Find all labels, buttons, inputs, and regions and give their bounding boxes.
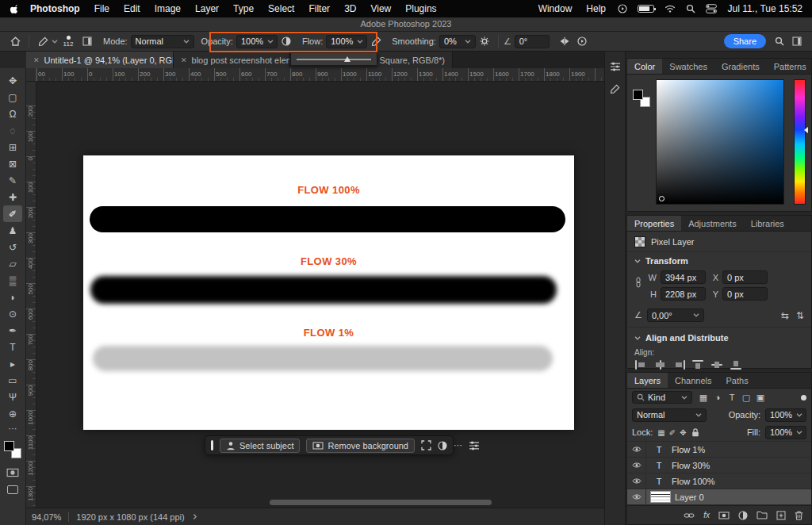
menu-filter[interactable]: Filter <box>301 0 337 17</box>
dodge-tool[interactable]: ⊙ <box>3 305 22 322</box>
toggle-brush-settings-icon[interactable] <box>79 33 96 50</box>
menu-select[interactable]: Select <box>261 0 301 17</box>
foreground-background-swatches[interactable] <box>4 441 21 458</box>
more-options-icon[interactable]: ⋯ <box>454 440 462 450</box>
layer-row-layer-0[interactable]: Layer 0 <box>627 489 811 505</box>
path-selection-tool[interactable]: ▸ <box>3 355 22 372</box>
hue-slider[interactable] <box>794 79 806 205</box>
align-right-icon[interactable] <box>673 360 685 370</box>
align-center-v-icon[interactable] <box>711 360 723 370</box>
paint-symmetry-icon[interactable] <box>556 33 573 50</box>
lock-paint-icon[interactable]: ✐ <box>669 428 676 437</box>
home-icon[interactable] <box>6 33 24 50</box>
horizontal-scrollbar-thumb[interactable] <box>270 500 492 505</box>
eyedropper-tool[interactable]: ✎ <box>3 172 22 189</box>
tab-color[interactable]: Color <box>627 59 662 74</box>
marquee-tool[interactable]: ▢ <box>3 89 22 105</box>
crop-expand-icon[interactable] <box>421 440 431 450</box>
filter-shape-layers-icon[interactable]: ▢ <box>740 393 753 403</box>
visibility-eye-icon[interactable] <box>627 489 646 504</box>
flow-select[interactable]: 100% <box>326 35 367 48</box>
layer-row-flow-1[interactable]: T Flow 1% <box>627 442 811 458</box>
color-picker-cursor[interactable] <box>659 196 665 201</box>
hand-tool[interactable]: Ψ <box>3 389 22 405</box>
new-layer-icon[interactable] <box>776 511 786 520</box>
remove-background-button[interactable]: Remove background <box>306 439 415 453</box>
filter-pixel-layers-icon[interactable]: ▦ <box>697 393 710 403</box>
zoom-tool[interactable]: ⊕ <box>3 405 22 422</box>
align-top-icon[interactable] <box>692 360 704 370</box>
brush-preset-icon[interactable] <box>34 33 52 50</box>
mode-select[interactable]: Normal <box>131 35 194 48</box>
blend-mode-select[interactable]: Normal <box>632 408 707 422</box>
quick-selection-tool[interactable]: ◌ <box>3 122 22 139</box>
rectangle-tool[interactable]: ▭ <box>3 372 22 389</box>
width-field[interactable]: 3944 px <box>661 270 706 284</box>
collapsed-panel-columns-icon[interactable] <box>610 62 621 71</box>
status-chevron-icon[interactable] <box>193 514 197 520</box>
panel-color-swatches[interactable] <box>633 90 650 107</box>
brush-tool[interactable]: ✐ <box>3 205 22 222</box>
opacity-select[interactable]: 100% <box>236 35 278 48</box>
menu-photoshop[interactable]: Photoshop <box>23 0 87 17</box>
airbrush-icon[interactable] <box>367 33 385 50</box>
pen-tool[interactable]: ✒ <box>3 322 22 339</box>
smoothing-select[interactable]: 0% <box>439 35 476 48</box>
filter-toggle-icon[interactable] <box>801 395 806 400</box>
menu-help[interactable]: Help <box>579 0 613 17</box>
tab-libraries[interactable]: Libraries <box>744 216 791 231</box>
ruler-corner[interactable] <box>26 68 36 82</box>
edit-toolbar-icon[interactable]: ⋯ <box>9 423 17 434</box>
flow-slider-track[interactable] <box>297 59 371 60</box>
close-tab-icon[interactable] <box>33 56 40 64</box>
layers-opacity-select[interactable]: 100% <box>765 408 806 422</box>
layer-thumbnail[interactable] <box>650 491 671 503</box>
brush-size-indicator[interactable]: 112 <box>58 36 79 48</box>
document-tab-untitled[interactable]: Untitled-1 @ 94,1% (Layer 0, RGB/8) * <box>26 52 174 68</box>
menu-image[interactable]: Image <box>147 0 188 17</box>
layer-style-fx-icon[interactable]: fx <box>703 511 710 519</box>
flow-slider-thumb[interactable] <box>344 56 350 62</box>
spotlight-search-icon[interactable] <box>686 4 695 13</box>
collapsed-panel-pen-icon[interactable] <box>610 84 620 94</box>
tab-swatches[interactable]: Swatches <box>662 59 714 74</box>
hue-slider-marker[interactable] <box>804 127 808 133</box>
apple-menu-icon[interactable] <box>10 4 18 14</box>
document-tab-blog-post[interactable]: blog post screenshot elements. <box>174 52 290 68</box>
workspace-switcher-icon[interactable] <box>788 33 806 50</box>
horizontal-ruler[interactable]: 0010001002003004005006007008009001000110… <box>26 68 604 82</box>
visibility-eye-icon[interactable] <box>627 473 646 489</box>
filter-smart-objects-icon[interactable]: ▣ <box>754 393 767 403</box>
foreground-color-swatch[interactable] <box>633 90 643 100</box>
menu-window[interactable]: Window <box>531 0 580 17</box>
align-section-header[interactable]: Align and Distribute <box>627 329 811 347</box>
smoothing-options-gear-icon[interactable] <box>476 33 493 50</box>
tab-patterns[interactable]: Patterns <box>767 59 812 74</box>
screen-mode-icon[interactable] <box>7 485 18 494</box>
battery-icon[interactable] <box>638 5 654 13</box>
document-canvas[interactable]: FLOW 100% FLOW 30% FLOW 1% <box>83 155 574 430</box>
blur-tool[interactable]: ◗ <box>3 289 22 305</box>
brush-pressure-size-icon[interactable] <box>573 33 591 50</box>
tab-adjustments[interactable]: Adjustments <box>681 216 744 231</box>
menu-file[interactable]: File <box>87 0 117 17</box>
share-button[interactable]: Share <box>724 34 766 48</box>
select-subject-button[interactable]: Select subject <box>220 439 300 453</box>
type-tool[interactable]: T <box>3 339 22 355</box>
filter-adjustment-layers-icon[interactable]: ◑ <box>711 393 724 403</box>
wifi-icon[interactable] <box>665 5 676 13</box>
control-center-icon[interactable] <box>706 4 717 13</box>
healing-brush-tool[interactable]: ✚ <box>3 189 22 205</box>
menu-3d[interactable]: 3D <box>337 0 363 17</box>
adjustment-layer-icon[interactable] <box>738 511 748 520</box>
crop-tool[interactable]: ⊞ <box>3 139 22 155</box>
frame-tool[interactable]: ⊠ <box>3 155 22 172</box>
align-center-h-icon[interactable] <box>654 360 666 370</box>
menu-plugins[interactable]: Plugins <box>398 0 443 17</box>
vertical-ruler[interactable]: 2001000100200300400500600700800900100011… <box>26 82 36 508</box>
delete-layer-trash-icon[interactable] <box>795 511 803 520</box>
pressure-opacity-icon[interactable] <box>278 33 295 50</box>
x-field[interactable]: 0 px <box>722 270 768 284</box>
add-layer-mask-icon[interactable] <box>718 512 730 519</box>
menu-type[interactable]: Type <box>226 0 261 17</box>
